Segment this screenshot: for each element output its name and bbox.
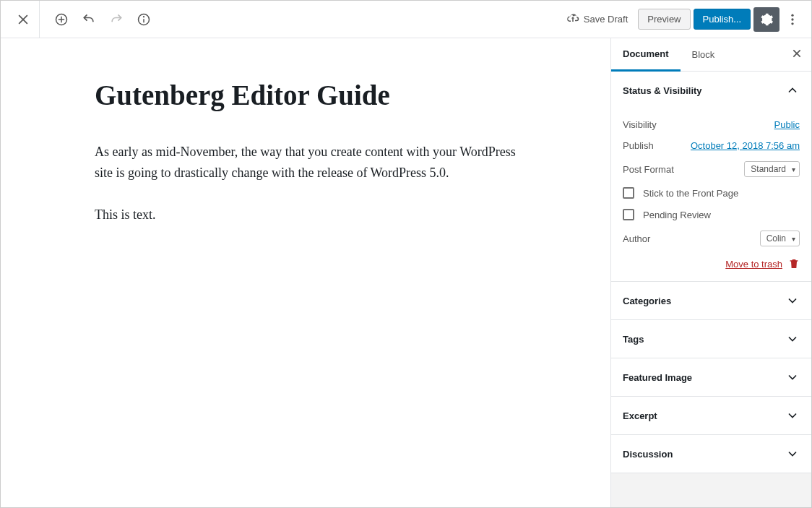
sidebar-tabs: Document Block: [611, 38, 811, 72]
panel-discussion: Discussion: [611, 435, 811, 473]
trash-icon: [788, 258, 800, 270]
undo-button[interactable]: [76, 7, 102, 33]
sidebar-empty-space: [611, 473, 811, 507]
panel-excerpt: Excerpt: [611, 397, 811, 435]
stick-front-page-row: Stick to the Front Page: [623, 187, 800, 199]
svg-point-10: [791, 22, 793, 25]
panel-title: Status & Visibility: [623, 85, 702, 96]
post-title[interactable]: Gutenberg Editor Guide: [95, 79, 528, 113]
post-format-label: Post Format: [623, 164, 674, 175]
close-icon: [16, 12, 30, 27]
panel-title: Discussion: [623, 449, 673, 460]
save-draft-label: Save Draft: [584, 14, 628, 25]
sidebar: Document Block Status & Visibility Visib…: [610, 38, 811, 507]
close-editor-button[interactable]: [7, 1, 40, 38]
redo-icon: [109, 12, 124, 27]
panel-title: Featured Image: [623, 372, 692, 383]
chevron-down-icon: [785, 370, 800, 384]
publish-button[interactable]: Publish...: [694, 9, 751, 30]
save-draft-button[interactable]: Save Draft: [559, 9, 635, 30]
cloud-upload-icon: [566, 13, 579, 26]
svg-point-8: [791, 14, 793, 16]
visibility-value-link[interactable]: Public: [774, 119, 800, 130]
toolbar-group: [40, 7, 157, 33]
panel-status-visibility: Status & Visibility Visibility Public Pu…: [611, 72, 811, 282]
panel-status-body: Visibility Public Publish October 12, 20…: [611, 119, 811, 281]
post-format-row: Post Format Standard: [623, 161, 800, 177]
panel-categories-header[interactable]: Categories: [611, 282, 811, 319]
visibility-row: Visibility Public: [623, 119, 800, 130]
chevron-down-icon: [785, 408, 800, 423]
panel-excerpt-header[interactable]: Excerpt: [611, 397, 811, 434]
stick-checkbox[interactable]: [623, 187, 634, 199]
add-block-button[interactable]: [48, 7, 74, 33]
move-to-trash-link[interactable]: Move to trash: [725, 259, 782, 270]
pending-review-row: Pending Review: [623, 209, 800, 220]
panel-title: Excerpt: [623, 410, 657, 421]
editor-area[interactable]: Gutenberg Editor Guide As early as mid-N…: [1, 38, 610, 507]
main: Gutenberg Editor Guide As early as mid-N…: [1, 38, 811, 507]
tab-block[interactable]: Block: [681, 39, 727, 70]
panel-featured-image: Featured Image: [611, 358, 811, 397]
author-select[interactable]: Colin: [760, 231, 800, 246]
sidebar-close-button[interactable]: [782, 39, 811, 70]
close-icon: [791, 48, 803, 59]
svg-point-7: [144, 16, 144, 17]
topbar-right: Save Draft Preview Publish...: [559, 7, 805, 32]
publish-date-link[interactable]: October 12, 2018 7:56 am: [691, 140, 800, 151]
paragraph-block[interactable]: This is text.: [95, 205, 528, 225]
svg-point-9: [791, 18, 793, 20]
chevron-up-icon: [785, 83, 800, 98]
panel-title: Categories: [623, 296, 671, 306]
publish-row: Publish October 12, 2018 7:56 am: [623, 140, 800, 151]
chevron-down-icon: [785, 293, 800, 308]
panel-tags: Tags: [611, 320, 811, 358]
visibility-label: Visibility: [623, 119, 657, 130]
author-row: Author Colin: [623, 231, 800, 246]
panel-title: Tags: [623, 334, 644, 345]
more-options-button[interactable]: [782, 7, 803, 32]
editor-content: Gutenberg Editor Guide As early as mid-N…: [95, 79, 528, 225]
settings-button[interactable]: [753, 7, 779, 32]
topbar: Save Draft Preview Publish...: [1, 1, 811, 38]
paragraph-block[interactable]: As early as mid-November, the way that y…: [95, 142, 528, 184]
chevron-down-icon: [785, 332, 800, 346]
panel-featured-image-header[interactable]: Featured Image: [611, 358, 811, 396]
topbar-left: [7, 1, 157, 38]
publish-label: Publish: [623, 140, 654, 151]
stick-label: Stick to the Front Page: [643, 188, 738, 199]
tab-document[interactable]: Document: [611, 38, 681, 72]
gear-icon: [759, 12, 774, 27]
panel-discussion-header[interactable]: Discussion: [611, 435, 811, 473]
trash-row: Move to trash: [623, 258, 800, 270]
preview-button[interactable]: Preview: [638, 9, 690, 30]
info-button[interactable]: [131, 7, 157, 33]
panel-tags-header[interactable]: Tags: [611, 320, 811, 358]
pending-label: Pending Review: [643, 210, 711, 220]
panel-status-header[interactable]: Status & Visibility: [611, 72, 811, 109]
chevron-down-icon: [785, 447, 800, 461]
info-icon: [137, 12, 151, 27]
undo-icon: [82, 12, 96, 27]
post-format-select[interactable]: Standard: [744, 161, 800, 177]
redo-button: [103, 7, 129, 33]
dots-vertical-icon: [785, 12, 800, 27]
plus-circle-icon: [54, 12, 69, 27]
panel-categories: Categories: [611, 282, 811, 320]
pending-checkbox[interactable]: [623, 209, 634, 220]
author-label: Author: [623, 233, 650, 244]
